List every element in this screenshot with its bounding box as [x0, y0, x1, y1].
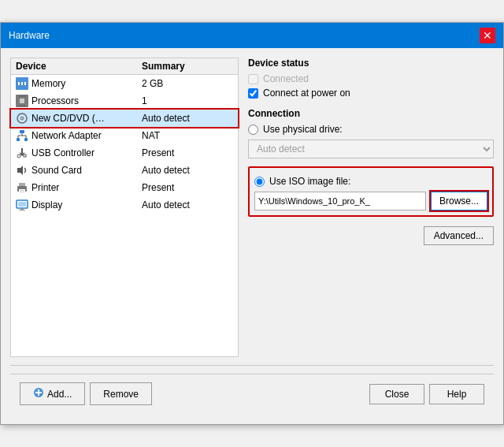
device-name-printer: Printer — [32, 182, 59, 193]
help-button[interactable]: Help — [429, 384, 484, 404]
cpu-icon — [16, 95, 28, 107]
connected-row: Connected — [248, 73, 494, 84]
memory-icon — [16, 77, 28, 90]
cd-icon — [16, 112, 28, 125]
title-bar: Hardware ✕ — [1, 23, 503, 48]
col-device-label: Device — [16, 61, 142, 72]
use-physical-drive-label: Use physical drive: — [263, 124, 343, 135]
connection-label: Connection — [248, 108, 494, 119]
device-list-header: Device Summary — [11, 58, 238, 75]
footer-right: Close Help — [369, 384, 484, 404]
add-button[interactable]: Add... — [20, 382, 85, 405]
device-row-display[interactable]: Display Auto detect — [11, 196, 238, 214]
svg-rect-3 — [24, 82, 26, 85]
display-icon — [16, 199, 28, 211]
connect-at-power-on-row: Connect at power on — [248, 88, 494, 99]
use-iso-radio[interactable] — [254, 177, 265, 187]
use-iso-label: Use ISO image file: — [269, 176, 350, 187]
hardware-window: Hardware ✕ Device Summary Memory — [0, 22, 504, 425]
svg-marker-24 — [17, 166, 23, 175]
device-row-memory[interactable]: Memory 2 GB — [11, 75, 238, 92]
svg-rect-16 — [17, 138, 20, 141]
device-name-usb: USB Controller — [32, 147, 94, 158]
device-status-label: Device status — [248, 58, 494, 69]
device-row-usb[interactable]: USB Controller Present — [11, 144, 238, 162]
device-summary-printer: Present — [142, 182, 233, 193]
device-summary-processors: 1 — [142, 95, 233, 106]
device-name-sound: Sound Card — [32, 165, 82, 176]
auto-detect-dropdown[interactable]: Auto detect — [248, 140, 494, 158]
svg-rect-27 — [19, 189, 25, 193]
close-button[interactable]: Close — [369, 384, 424, 404]
svg-rect-33 — [19, 210, 25, 210]
device-status-section: Device status Connected Connect at power… — [248, 58, 494, 99]
device-name-processors: Processors — [32, 95, 79, 106]
connect-at-power-on-label: Connect at power on — [263, 88, 350, 99]
footer: Add... Remove Close Help — [10, 374, 494, 415]
device-summary-cdrom: Auto detect — [142, 113, 233, 124]
network-icon — [16, 129, 28, 142]
device-row-cdrom[interactable]: New CD/DVD (… Auto detect — [11, 110, 238, 127]
device-row-network[interactable]: Network Adapter NAT — [11, 127, 238, 144]
window-title: Hardware — [9, 30, 50, 41]
svg-rect-31 — [18, 202, 26, 207]
use-physical-drive-row: Use physical drive: — [248, 124, 494, 135]
svg-rect-23 — [24, 155, 26, 157]
device-row-printer[interactable]: Printer Present — [11, 179, 238, 196]
right-panel: Device status Connected Connect at power… — [248, 58, 494, 357]
advanced-row: Advanced... — [248, 226, 494, 245]
iso-input-row: Browse... — [254, 192, 487, 210]
footer-left: Add... Remove — [20, 382, 152, 405]
svg-rect-2 — [21, 82, 23, 85]
svg-point-22 — [17, 155, 20, 158]
device-summary-display: Auto detect — [142, 199, 233, 210]
device-name-display: Display — [32, 199, 62, 210]
device-summary-sound: Auto detect — [142, 165, 233, 176]
connected-checkbox[interactable] — [248, 74, 258, 84]
connected-label: Connected — [263, 73, 309, 84]
device-row-processors[interactable]: Processors 1 — [11, 92, 238, 110]
device-name-memory: Memory — [32, 78, 65, 89]
usb-icon — [16, 147, 28, 159]
use-iso-row: Use ISO image file: — [254, 176, 487, 187]
device-summary-network: NAT — [142, 130, 233, 141]
device-name-cdrom: New CD/DVD (… — [32, 113, 105, 124]
svg-rect-5 — [20, 99, 24, 103]
svg-rect-1 — [18, 82, 20, 85]
svg-point-14 — [21, 117, 23, 119]
svg-rect-29 — [20, 192, 24, 192]
device-summary-usb: Present — [142, 147, 233, 158]
iso-section: Use ISO image file: Browse... — [248, 166, 494, 217]
add-icon — [33, 387, 44, 400]
use-physical-drive-radio[interactable] — [248, 125, 258, 135]
svg-rect-15 — [20, 130, 24, 133]
browse-button[interactable]: Browse... — [431, 192, 487, 210]
device-list-panel: Device Summary Memory 2 GB — [10, 58, 239, 357]
advanced-button[interactable]: Advanced... — [424, 226, 494, 245]
printer-icon — [16, 181, 28, 194]
sound-icon — [16, 164, 28, 177]
svg-rect-32 — [20, 208, 24, 210]
connect-at-power-on-checkbox[interactable] — [248, 88, 258, 99]
iso-path-input[interactable] — [254, 192, 426, 210]
device-summary-memory: 2 GB — [142, 78, 233, 89]
add-label: Add... — [47, 389, 72, 400]
close-window-button[interactable]: ✕ — [480, 28, 495, 43]
device-name-network: Network Adapter — [32, 130, 102, 141]
remove-button[interactable]: Remove — [90, 382, 152, 405]
col-summary-label: Summary — [142, 61, 233, 72]
connection-section: Connection Use physical drive: Auto dete… — [248, 108, 494, 217]
svg-rect-17 — [24, 138, 28, 141]
device-row-sound[interactable]: Sound Card Auto detect — [11, 162, 238, 179]
svg-rect-26 — [19, 183, 25, 186]
svg-rect-28 — [20, 190, 24, 191]
